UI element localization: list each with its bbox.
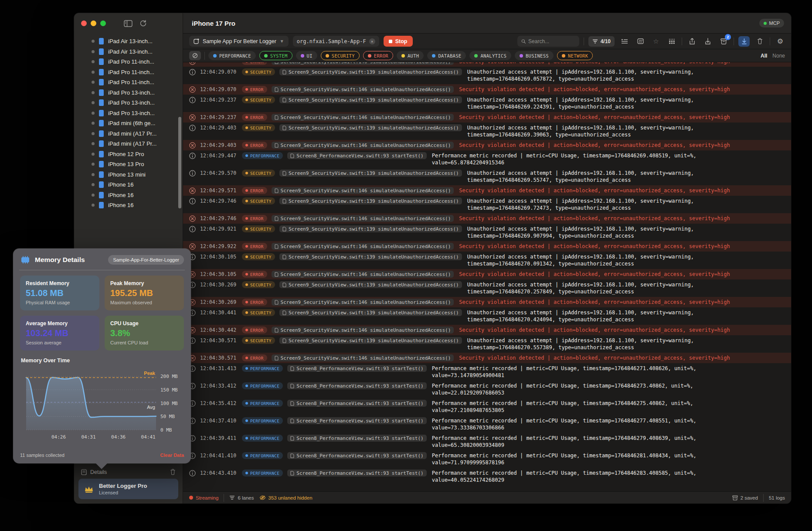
log-row[interactable]: 12:04:29.922 ERROR Screen9_SecurityView.… — [183, 241, 791, 252]
bundle-id-chip[interactable]: org.nfxai.Sample-App-F ✕ — [293, 36, 379, 47]
sidebar-device-item[interactable]: iPad mini (6th ge... — [74, 118, 183, 129]
license-card[interactable]: Better Logger Pro Licensed — [78, 479, 178, 499]
sidebar-scrollbar[interactable] — [178, 117, 181, 208]
log-row[interactable]: 12:04:37.410 PERFORMANCE Screen8_Perform… — [183, 415, 791, 433]
source-file-chip[interactable]: Screen9_SecurityView.swift:146 simulateU… — [272, 215, 454, 222]
select-all-button[interactable]: All — [761, 53, 767, 59]
source-file-chip[interactable]: Screen8_PerformanceView.swift:93 startTe… — [287, 152, 426, 159]
sidebar-device-item[interactable]: iPad Pro 11-inch... — [74, 57, 183, 67]
log-row[interactable]: 12:04:29.237 SECURITY Screen9_SecurityVi… — [183, 95, 791, 112]
lanes-layout-button[interactable] — [666, 36, 677, 47]
remove-bundle-icon[interactable]: ✕ — [369, 38, 375, 44]
source-file-chip[interactable]: Screen9_SecurityView.swift:146 simulateU… — [272, 271, 454, 278]
details-row[interactable]: Details — [78, 467, 178, 479]
source-file-chip[interactable]: Screen9_SecurityView.swift:146 simulateU… — [272, 187, 454, 194]
display-options-button[interactable] — [635, 36, 646, 47]
sidebar-device-item[interactable]: iPhone 16 — [74, 190, 183, 201]
sidebar-device-item[interactable]: iPad Pro 13-inch... — [74, 108, 183, 119]
autoscroll-button[interactable] — [738, 36, 750, 47]
log-row[interactable]: 12:04:29.237 ERROR Screen9_SecurityView.… — [183, 112, 791, 123]
log-row[interactable]: 12:04:29.570 SECURITY Screen9_SecurityVi… — [183, 168, 791, 185]
filter-chip[interactable]: ERROR — [363, 51, 393, 60]
filter-chip[interactable]: ANALYTICS — [469, 51, 511, 60]
source-file-chip[interactable]: Screen9_SecurityView.swift:139 simulateU… — [279, 337, 462, 344]
select-none-button[interactable]: None — [772, 53, 785, 59]
filter-chip[interactable]: SECURITY — [321, 51, 360, 60]
log-row[interactable]: ERROR Screen9_SecurityView.swift:146 sim… — [183, 62, 791, 67]
log-row[interactable]: 12:04:33.412 PERFORMANCE Screen8_Perform… — [183, 381, 791, 398]
source-file-chip[interactable]: Screen9_SecurityView.swift:139 simulateU… — [279, 225, 462, 232]
log-row[interactable]: 12:04:30.269 ERROR Screen9_SecurityView.… — [183, 297, 791, 307]
close-window-button[interactable] — [81, 20, 87, 26]
source-file-chip[interactable]: Screen9_SecurityView.swift:146 simulateU… — [272, 327, 454, 334]
filter-count-button[interactable]: 4/10 — [588, 36, 615, 47]
log-row[interactable]: 12:04:30.269 SECURITY Screen9_SecurityVi… — [183, 279, 791, 297]
source-file-chip[interactable]: Screen8_PerformanceView.swift:93 startTe… — [287, 452, 426, 459]
source-file-chip[interactable]: Screen8_PerformanceView.swift:93 startTe… — [287, 400, 426, 407]
source-file-chip[interactable]: Screen9_SecurityView.swift:146 simulateU… — [272, 243, 454, 250]
import-button[interactable] — [702, 36, 713, 47]
source-file-chip[interactable]: Screen9_SecurityView.swift:139 simulateU… — [279, 124, 462, 131]
source-file-chip[interactable]: Screen8_PerformanceView.swift:93 startTe… — [287, 417, 426, 424]
sidebar-device-item[interactable]: iPhone 16 — [74, 200, 183, 211]
source-file-chip[interactable]: Screen8_PerformanceView.swift:93 startTe… — [287, 435, 426, 442]
log-row[interactable]: 12:04:30.105 SECURITY Screen9_SecurityVi… — [183, 252, 791, 269]
filter-chip[interactable]: DATABASE — [427, 51, 466, 60]
source-file-chip[interactable]: Screen9_SecurityView.swift:146 simulateU… — [272, 114, 454, 121]
log-row[interactable]: 12:04:29.746 ERROR Screen9_SecurityView.… — [183, 213, 791, 224]
minimize-window-button[interactable] — [91, 20, 96, 26]
source-file-chip[interactable]: Screen9_SecurityView.swift:146 simulateU… — [272, 62, 454, 65]
filter-chip[interactable]: NETWORK — [557, 51, 593, 60]
sidebar-device-item[interactable]: iPhone 13 Pro — [74, 159, 183, 170]
log-row[interactable]: 12:04:29.921 SECURITY Screen9_SecurityVi… — [183, 224, 791, 241]
log-row[interactable]: 12:04:30.105 ERROR Screen9_SecurityView.… — [183, 269, 791, 279]
source-file-chip[interactable]: Screen9_SecurityView.swift:146 simulateU… — [272, 142, 454, 149]
log-row[interactable]: 12:04:43.410 PERFORMANCE Screen8_Perform… — [183, 468, 791, 485]
favorites-button[interactable]: ☆ — [650, 36, 662, 47]
sidebar-device-item[interactable]: iPhone 12 Pro — [74, 149, 183, 160]
log-row[interactable]: 12:04:29.070 ERROR Screen9_SecurityView.… — [183, 84, 791, 95]
sidebar-device-item[interactable]: iPad Air 13-inch... — [74, 47, 183, 57]
log-list[interactable]: ERROR Screen9_SecurityView.swift:146 sim… — [183, 62, 791, 491]
source-file-chip[interactable]: Screen9_SecurityView.swift:146 simulateU… — [272, 299, 454, 306]
log-row[interactable]: 12:04:41.410 PERFORMANCE Screen8_Perform… — [183, 450, 791, 468]
trash-icon[interactable] — [170, 469, 176, 475]
log-row[interactable]: 12:04:30.441 SECURITY Screen9_SecurityVi… — [183, 307, 791, 325]
source-file-chip[interactable]: Screen9_SecurityView.swift:139 simulateU… — [279, 96, 462, 103]
source-file-chip[interactable]: Screen8_PerformanceView.swift:93 startTe… — [287, 365, 426, 372]
log-row[interactable]: 12:04:29.746 SECURITY Screen9_SecurityVi… — [183, 196, 791, 213]
log-row[interactable]: 12:04:35.412 PERFORMANCE Screen8_Perform… — [183, 398, 791, 415]
source-file-chip[interactable]: Screen9_SecurityView.swift:139 simulateU… — [279, 197, 462, 204]
filter-chip[interactable]: SYSTEM — [259, 51, 292, 60]
sidebar-device-item[interactable]: iPad Pro 11-inch... — [74, 67, 183, 78]
source-file-chip[interactable]: Screen8_PerformanceView.swift:93 startTe… — [287, 470, 426, 477]
log-row[interactable]: 12:04:31.413 PERFORMANCE Screen8_Perform… — [183, 363, 791, 381]
search-field[interactable] — [517, 36, 579, 47]
no-lane-filter-button[interactable] — [189, 51, 201, 60]
sidebar-device-item[interactable]: iPad mini (A17 Pr... — [74, 139, 183, 149]
log-row[interactable]: 12:04:29.403 ERROR Screen9_SecurityView.… — [183, 140, 791, 150]
log-row[interactable]: 12:04:30.442 ERROR Screen9_SecurityView.… — [183, 325, 791, 335]
unlaned-hidden[interactable]: 353 unlaned hidden — [259, 495, 313, 500]
source-file-chip[interactable]: Screen8_PerformanceView.swift:93 startTe… — [287, 382, 426, 389]
refresh-devices-button[interactable] — [137, 19, 149, 28]
log-row[interactable]: 12:04:30.571 ERROR Screen9_SecurityView.… — [183, 353, 791, 363]
share-export-button[interactable] — [686, 36, 698, 47]
toggle-sidebar-button[interactable] — [122, 19, 134, 28]
lane-settings-button[interactable] — [619, 36, 630, 47]
log-row[interactable]: 12:04:30.571 SECURITY Screen9_SecurityVi… — [183, 335, 791, 353]
zoom-window-button[interactable] — [100, 20, 106, 26]
app-selector-dropdown[interactable]: Sample App For Better Logger ▼ — [189, 36, 289, 47]
search-input[interactable] — [528, 38, 575, 44]
clear-data-button[interactable]: Clear Data — [160, 453, 184, 458]
sidebar-device-item[interactable]: iPad Pro 13-inch... — [74, 98, 183, 108]
log-row[interactable]: 12:04:29.571 ERROR Screen9_SecurityView.… — [183, 185, 791, 196]
log-row[interactable]: 12:04:29.403 SECURITY Screen9_SecurityVi… — [183, 123, 791, 140]
source-file-chip[interactable]: Screen9_SecurityView.swift:139 simulateU… — [279, 68, 462, 75]
sidebar-device-item[interactable]: iPad Air 13-inch... — [74, 36, 183, 47]
clear-logs-button[interactable] — [754, 36, 765, 47]
sidebar-device-item[interactable]: iPhone 16 — [74, 180, 183, 190]
sidebar-device-item[interactable]: iPad Pro 13-inch... — [74, 88, 183, 98]
source-file-chip[interactable]: Screen9_SecurityView.swift:139 simulateU… — [279, 170, 462, 177]
filter-chip[interactable]: PERFORMANCE — [208, 51, 256, 60]
